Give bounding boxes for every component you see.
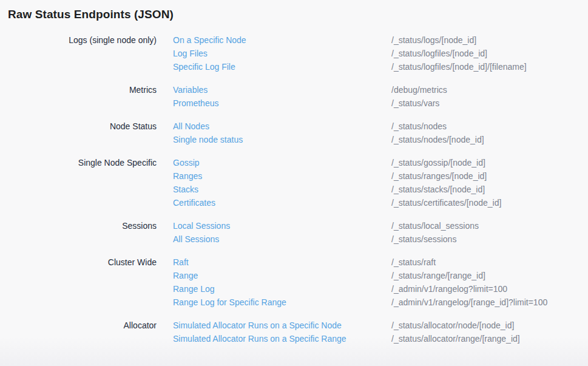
endpoint-url: /_status/certificates/[node_id]	[391, 196, 578, 209]
endpoint-link[interactable]: Stacks	[173, 183, 198, 196]
endpoint-group: Cluster Wide RaftRangeRange LogRange Log…	[8, 256, 578, 309]
endpoint-url: /debug/metrics	[391, 83, 578, 97]
endpoint-url: /_status/allocator/node/[node_id]	[391, 319, 578, 332]
endpoint-link[interactable]: Log Files	[173, 47, 208, 60]
endpoint-link[interactable]: Range Log	[173, 282, 215, 296]
endpoint-link[interactable]: Raft	[173, 256, 189, 269]
endpoint-group: Sessions Local SessionsAll Sessions /_st…	[8, 219, 578, 246]
endpoint-link[interactable]: Range Log for Specific Range	[173, 296, 286, 309]
group-category-label: Cluster Wide	[8, 256, 157, 309]
group-urls: /debug/metrics/_status/vars	[391, 83, 578, 110]
endpoint-url: /_status/local_sessions	[391, 219, 578, 232]
group-links: VariablesPrometheus	[157, 83, 391, 110]
group-links: On a Specific NodeLog FilesSpecific Log …	[157, 33, 391, 73]
group-links: RaftRangeRange LogRange Log for Specific…	[157, 256, 391, 309]
group-category-label: Node Status	[8, 120, 157, 146]
endpoint-link[interactable]: Simulated Allocator Runs on a Specific N…	[173, 319, 342, 332]
endpoint-link[interactable]: Ranges	[173, 169, 202, 183]
endpoint-link[interactable]: Simulated Allocator Runs on a Specific R…	[173, 332, 346, 345]
group-urls: /_status/gossip/[node_id]/_status/ranges…	[391, 156, 578, 209]
group-urls: /_status/raft/_status/range/[range_id]/_…	[391, 256, 578, 309]
group-links: Local SessionsAll Sessions	[157, 219, 391, 246]
group-urls: /_status/allocator/node/[node_id]/_statu…	[391, 319, 578, 345]
group-category-label: Metrics	[8, 83, 157, 110]
group-category-label: Sessions	[8, 219, 157, 246]
page-title: Raw Status Endpoints (JSON)	[8, 8, 578, 21]
endpoint-url: /_status/logfiles/[node_id]	[391, 47, 578, 60]
endpoint-link[interactable]: Gossip	[173, 156, 200, 169]
endpoint-url: /_admin/v1/rangelog?limit=100	[391, 282, 578, 296]
endpoint-link[interactable]: Local Sessions	[173, 219, 230, 232]
endpoint-url: /_status/vars	[391, 97, 578, 110]
endpoint-url: /_status/sessions	[391, 232, 578, 246]
group-category-label: Logs (single node only)	[8, 33, 157, 73]
endpoint-group: Node Status All NodesSingle node status …	[8, 120, 578, 146]
endpoint-group: Logs (single node only) On a Specific No…	[8, 33, 578, 73]
endpoint-link[interactable]: Prometheus	[173, 97, 218, 110]
endpoint-link[interactable]: Variables	[173, 83, 208, 97]
group-category-label: Allocator	[8, 319, 157, 345]
endpoint-url: /_status/range/[range_id]	[391, 269, 578, 282]
group-links: Simulated Allocator Runs on a Specific N…	[157, 319, 391, 345]
endpoint-group: Metrics VariablesPrometheus /debug/metri…	[8, 83, 578, 110]
group-category-label: Single Node Specific	[8, 156, 157, 209]
endpoint-url: /_status/nodes	[391, 120, 578, 133]
endpoint-url: /_status/logs/[node_id]	[391, 33, 578, 47]
endpoint-group: Single Node Specific GossipRangesStacksC…	[8, 156, 578, 209]
endpoint-link[interactable]: Specific Log File	[173, 60, 235, 73]
endpoint-group: Allocator Simulated Allocator Runs on a …	[8, 319, 578, 345]
raw-status-endpoints-page: Raw Status Endpoints (JSON) Logs (single…	[0, 0, 588, 345]
group-links: All NodesSingle node status	[157, 120, 391, 146]
endpoint-url: /_status/logfiles/[node_id]/[filename]	[391, 60, 578, 73]
endpoint-link[interactable]: All Sessions	[173, 232, 219, 246]
endpoint-url: /_status/raft	[391, 256, 578, 269]
endpoint-url: /_status/nodes/[node_id]	[391, 133, 578, 146]
endpoint-sections: Logs (single node only) On a Specific No…	[8, 33, 578, 345]
endpoint-link[interactable]: Certificates	[173, 196, 215, 209]
endpoint-url: /_status/allocator/range/[range_id]	[391, 332, 578, 345]
endpoint-link[interactable]: Range	[173, 269, 198, 282]
endpoint-url: /_admin/v1/rangelog/[range_id]?limit=100	[391, 296, 578, 309]
endpoint-url: /_status/ranges/[node_id]	[391, 169, 578, 183]
endpoint-link[interactable]: On a Specific Node	[173, 33, 246, 47]
group-links: GossipRangesStacksCertificates	[157, 156, 391, 209]
group-urls: /_status/local_sessions/_status/sessions	[391, 219, 578, 246]
endpoint-link[interactable]: All Nodes	[173, 120, 209, 133]
endpoint-url: /_status/stacks/[node_id]	[391, 183, 578, 196]
endpoint-url: /_status/gossip/[node_id]	[391, 156, 578, 169]
group-urls: /_status/nodes/_status/nodes/[node_id]	[391, 120, 578, 146]
endpoint-link[interactable]: Single node status	[173, 133, 243, 146]
group-urls: /_status/logs/[node_id]/_status/logfiles…	[391, 33, 578, 73]
